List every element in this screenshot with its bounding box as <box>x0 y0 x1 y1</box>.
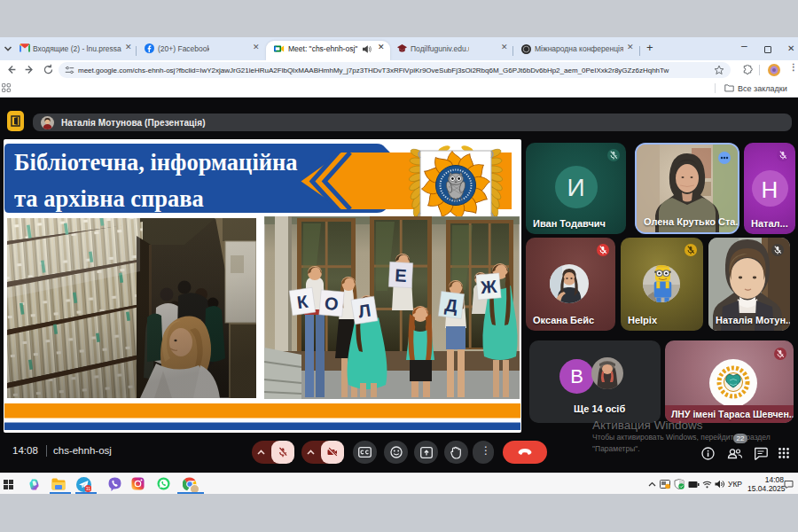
svg-text:О: О <box>324 293 339 314</box>
svg-text:та архівна справа: та архівна справа <box>14 185 204 212</box>
svg-text:31: 31 <box>86 487 91 491</box>
svg-text:Е: Е <box>395 265 407 286</box>
svg-text:Ж: Ж <box>479 277 498 298</box>
svg-text:Д: Д <box>444 295 459 317</box>
svg-text:Бібліотечна, інформаційна: Бібліотечна, інформаційна <box>14 149 298 176</box>
